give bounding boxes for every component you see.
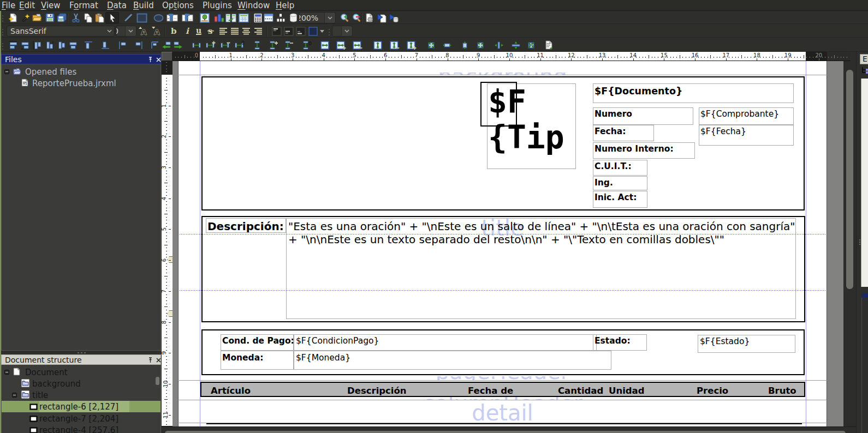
zoom-in-icon[interactable] bbox=[338, 12, 350, 23]
tree-item-title[interactable]: title bbox=[2, 389, 160, 401]
database-icon[interactable] bbox=[287, 12, 299, 23]
structure-panel-title[interactable]: Document structure bbox=[1, 354, 161, 365]
new-document-icon[interactable] bbox=[7, 12, 19, 23]
rectangle-tool-icon[interactable] bbox=[136, 12, 148, 23]
center-vertically-icon[interactable] bbox=[510, 40, 521, 50]
calculator-icon[interactable] bbox=[252, 12, 264, 23]
align-bottom-edges-icon[interactable] bbox=[44, 40, 55, 50]
font-size-combo-arrow[interactable] bbox=[125, 26, 136, 36]
open-report-icon[interactable] bbox=[31, 12, 43, 23]
toolbar-grip[interactable] bbox=[329, 27, 330, 37]
ellipse-tool-icon[interactable] bbox=[152, 12, 164, 23]
grow-to-band-icon[interactable] bbox=[475, 40, 486, 50]
font-family-combo[interactable]: SansSerif bbox=[7, 26, 115, 37]
v-spacing-icon[interactable] bbox=[253, 40, 264, 50]
align-top-edges-icon[interactable] bbox=[32, 40, 43, 50]
logo-rectangle[interactable] bbox=[480, 82, 517, 127]
report-wizard-icon[interactable] bbox=[19, 12, 31, 23]
underline-icon[interactable]: u bbox=[193, 26, 204, 37]
valign-middle-icon[interactable] bbox=[283, 26, 294, 37]
font-increase-icon[interactable]: A bbox=[138, 26, 148, 37]
tree-item-rectangle-4[interactable]: rectangle-4 [257,6] bbox=[2, 424, 160, 433]
tree-expander-icon[interactable] bbox=[12, 393, 17, 398]
align-band-bottom-icon[interactable] bbox=[100, 40, 111, 50]
center-horizontally-icon[interactable] bbox=[494, 40, 504, 50]
italic-icon[interactable]: i bbox=[182, 26, 193, 37]
design-canvas[interactable]: background title pageHeader columnHeader… bbox=[173, 61, 843, 426]
menu-data[interactable]: Data bbox=[107, 0, 127, 11]
tree-item-background[interactable]: background bbox=[2, 378, 160, 389]
toolbar-grip[interactable] bbox=[2, 14, 4, 23]
align-right-edges-icon[interactable] bbox=[20, 40, 31, 50]
align-right-margin-icon[interactable] bbox=[133, 40, 144, 50]
column-header-bar[interactable]: ArtículoDescripciónFecha deCantidadUnida… bbox=[200, 382, 805, 397]
tree-item-opened[interactable]: Opened files bbox=[2, 66, 160, 77]
save-all-icon[interactable] bbox=[56, 12, 68, 23]
horizontal-scrollbar[interactable] bbox=[162, 426, 856, 433]
align-center-icon[interactable] bbox=[241, 26, 252, 37]
fit-width-icon[interactable] bbox=[442, 40, 453, 50]
files-panel-title[interactable]: Files bbox=[1, 54, 161, 64]
tree-expander-icon[interactable] bbox=[4, 370, 9, 375]
toolbar-grip[interactable] bbox=[2, 27, 4, 37]
compile-report-icon[interactable] bbox=[364, 12, 376, 23]
shift-right-icon[interactable] bbox=[173, 40, 183, 50]
align-justify-icon[interactable] bbox=[229, 26, 240, 37]
align-horizontal-axis-icon[interactable] bbox=[68, 40, 79, 50]
pointer-tool-icon[interactable] bbox=[105, 12, 119, 23]
align-left-edges-icon[interactable] bbox=[8, 40, 19, 50]
tree-expander-icon[interactable] bbox=[4, 69, 9, 74]
elements-panel-tab[interactable]: El bbox=[860, 54, 868, 64]
vertical-scrollbar[interactable] bbox=[843, 61, 856, 433]
v-spacing-decrease-icon[interactable] bbox=[283, 40, 294, 50]
zoom-combo[interactable]: 200% bbox=[299, 12, 336, 23]
document-hierarchy-icon[interactable] bbox=[275, 12, 287, 23]
chart-tool-icon[interactable] bbox=[213, 12, 225, 23]
cut-icon[interactable] bbox=[70, 12, 82, 23]
page-setup-icon[interactable] bbox=[263, 12, 275, 23]
same-width-max-icon[interactable] bbox=[336, 40, 347, 50]
tree-item-rectangle-7[interactable]: rectangle-7 [2,204] bbox=[2, 413, 160, 424]
align-vertical-axis-icon[interactable] bbox=[56, 40, 67, 50]
valign-top-icon[interactable] bbox=[271, 26, 282, 37]
tree-item-document[interactable]: Document bbox=[2, 366, 160, 378]
strikethrough-icon[interactable]: s bbox=[205, 26, 216, 37]
dock-splitter[interactable] bbox=[1, 351, 161, 354]
horizontal-ruler[interactable]: 12345678910111213141516171819200 bbox=[173, 52, 850, 61]
same-height-min-icon[interactable] bbox=[389, 40, 400, 50]
font-decrease-icon[interactable]: A bbox=[151, 26, 162, 37]
close-icon[interactable] bbox=[156, 57, 162, 63]
organize-elements-icon[interactable] bbox=[543, 40, 554, 50]
style-combo-arrow[interactable] bbox=[341, 26, 352, 36]
pin-icon[interactable] bbox=[147, 357, 153, 363]
tree-item-rectangle-6[interactable]: rectangle-6 [2,127] bbox=[2, 401, 160, 412]
run-empty-datasource-icon[interactable] bbox=[388, 12, 400, 23]
style-combo[interactable] bbox=[332, 26, 353, 37]
menu-edit[interactable]: Edit bbox=[19, 0, 35, 11]
detail-line-element[interactable] bbox=[206, 423, 802, 425]
copy-icon[interactable] bbox=[82, 12, 94, 23]
align-left-margin-icon[interactable] bbox=[117, 40, 128, 50]
line-tool-icon[interactable] bbox=[122, 12, 134, 23]
h-spacing-decrease-icon[interactable] bbox=[220, 40, 231, 50]
h-spacing-remove-icon[interactable]: 0 bbox=[234, 40, 245, 50]
center-in-band-icon[interactable] bbox=[526, 40, 537, 50]
close-icon[interactable] bbox=[156, 357, 162, 363]
subreport-tool-icon[interactable] bbox=[225, 12, 237, 23]
table-tool-icon[interactable] bbox=[237, 12, 249, 23]
h-spacing-increase-icon[interactable] bbox=[205, 40, 216, 50]
shift-left-icon[interactable] bbox=[161, 40, 172, 50]
same-width-min-icon[interactable] bbox=[352, 40, 363, 50]
menu-view[interactable]: View bbox=[41, 0, 61, 11]
v-spacing-increase-icon[interactable] bbox=[268, 40, 279, 50]
vertical-ruler[interactable]: 1234567891011 bbox=[162, 61, 173, 426]
color-picker-icon[interactable] bbox=[307, 26, 318, 37]
zoom-combo-arrow[interactable] bbox=[324, 13, 335, 23]
align-band-top-icon[interactable] bbox=[83, 40, 94, 50]
panel-splitter-dots[interactable] bbox=[859, 238, 860, 246]
paste-icon[interactable] bbox=[93, 12, 105, 23]
h-spacing-icon[interactable] bbox=[192, 40, 203, 50]
pin-icon[interactable] bbox=[147, 57, 153, 63]
fit-height-icon[interactable] bbox=[460, 40, 471, 50]
valign-bottom-icon[interactable] bbox=[295, 26, 306, 37]
